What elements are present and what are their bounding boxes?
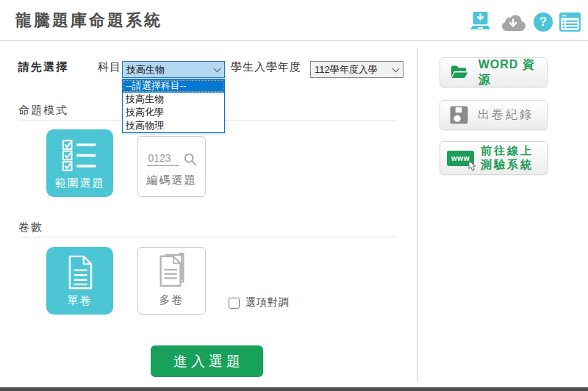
search-icon[interactable] — [184, 153, 197, 166]
app-window: 龍騰題庫命題系統 ? — [0, 0, 588, 391]
subject-option-placeholder[interactable]: --請選擇科目-- — [123, 79, 224, 93]
chevron-down-icon — [392, 65, 400, 72]
checklist-icon — [62, 139, 98, 172]
single-paper-label: 單卷 — [68, 294, 93, 308]
word-resource-button[interactable]: WORD 資源 — [440, 57, 548, 87]
online-test-label-line2: 測驗系統 — [481, 158, 534, 172]
online-test-label: 前往線上 測驗系統 — [481, 144, 534, 172]
chevron-down-icon — [214, 65, 221, 72]
subject-option-biology[interactable]: 技高生物 — [123, 93, 224, 106]
multi-paper-card[interactable]: 多卷 — [137, 247, 206, 315]
swap-options-label: 選項對調 — [245, 296, 290, 309]
subject-select[interactable]: 技高生物 — [122, 61, 225, 78]
swap-options-checkbox[interactable] — [229, 298, 240, 309]
save-disk-icon — [450, 106, 468, 124]
header-toolbar: ? — [468, 11, 581, 32]
year-label: 學生入學年度 — [231, 60, 301, 74]
exam-record-label: 出卷紀錄 — [478, 107, 534, 123]
page-title: 龍騰題庫命題系統 — [15, 10, 162, 32]
swap-options-row: 選項對調 — [229, 296, 290, 309]
subject-label: 科目 — [98, 60, 121, 74]
code-input[interactable] — [147, 152, 179, 166]
subject-dropdown-list: --請選擇科目-- 技高生物 技高化學 技高物理 — [122, 79, 225, 133]
papers-section-title: 卷數 — [18, 220, 43, 234]
bottom-bar — [0, 387, 588, 391]
word-resource-label: WORD 資源 — [478, 57, 547, 88]
year-select[interactable]: 112學年度入學 — [310, 61, 404, 78]
exam-record-button[interactable]: 出卷紀錄 — [440, 100, 548, 130]
select-prompt-label: 請先選擇 — [18, 60, 68, 74]
enter-selection-button[interactable]: 進入選題 — [151, 345, 263, 377]
multi-paper-label: 多卷 — [159, 293, 184, 307]
single-paper-card[interactable]: 單卷 — [46, 247, 113, 315]
multi-document-icon — [155, 251, 189, 287]
range-select-label: 範圍選題 — [55, 176, 105, 190]
code-select-label: 編碼選題 — [147, 173, 197, 187]
subject-option-physics[interactable]: 技高物理 — [123, 119, 224, 132]
single-document-icon — [66, 255, 94, 290]
divider — [18, 237, 397, 237]
code-select-card[interactable]: 編碼選題 — [137, 136, 206, 197]
year-select-value: 112學年度入學 — [315, 63, 378, 76]
online-test-button[interactable]: www 前往線上 測驗系統 — [440, 141, 548, 175]
www-text: www — [451, 154, 470, 162]
exam-list-icon[interactable] — [559, 12, 581, 32]
code-input-row — [147, 152, 197, 166]
online-test-label-line1: 前往線上 — [481, 144, 534, 158]
subject-option-chemistry[interactable]: 技高化學 — [123, 106, 224, 119]
cloud-download-icon[interactable] — [499, 12, 527, 32]
folder-icon — [450, 64, 470, 81]
mode-section-title: 命題模式 — [18, 104, 68, 118]
help-icon[interactable]: ? — [534, 12, 553, 32]
header: 龍騰題庫命題系統 ? — [0, 0, 588, 41]
question-mark: ? — [534, 12, 553, 32]
range-select-card[interactable]: 範圍選題 — [46, 129, 113, 197]
vertical-divider — [417, 48, 417, 382]
laptop-download-icon[interactable] — [468, 11, 492, 32]
subject-select-value: 技高生物 — [126, 63, 165, 76]
www-cursor-icon: www — [447, 151, 474, 166]
